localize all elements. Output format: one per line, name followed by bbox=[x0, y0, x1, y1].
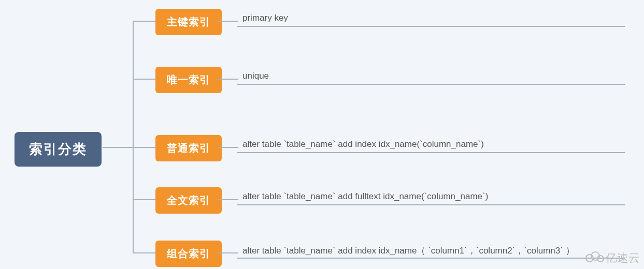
child-label-5: 组合索引 bbox=[167, 248, 210, 259]
leaf-text-2: unique bbox=[242, 71, 269, 81]
leaf-text-3: alter table `table_name` add index idx_n… bbox=[242, 139, 484, 150]
connector-branch-2 bbox=[133, 79, 156, 80]
leaf-underline-2 bbox=[237, 84, 625, 85]
child-node-4[interactable]: 全文索引 bbox=[155, 187, 222, 214]
child-label-1: 主键索引 bbox=[167, 16, 210, 27]
connector-leaf-3 bbox=[218, 147, 238, 148]
leaf-underline-3 bbox=[237, 152, 625, 153]
connector-leaf-2 bbox=[218, 79, 238, 80]
leaf-text-4: alter table `table_name` add fulltext id… bbox=[242, 191, 488, 202]
child-label-4: 全文索引 bbox=[167, 195, 210, 206]
leaf-underline-1 bbox=[237, 26, 625, 27]
child-node-3[interactable]: 普通索引 bbox=[155, 135, 222, 161]
child-label-3: 普通索引 bbox=[167, 142, 210, 154]
connector-leaf-5 bbox=[218, 252, 238, 253]
leaf-underline-5 bbox=[237, 258, 625, 259]
child-node-1[interactable]: 主键索引 bbox=[155, 9, 222, 35]
connector-branch-4 bbox=[133, 199, 156, 200]
child-node-2[interactable]: 唯一索引 bbox=[155, 67, 222, 93]
connector-root-stem bbox=[103, 147, 134, 148]
connector-spine-vertical bbox=[133, 21, 134, 253]
connector-leaf-1 bbox=[218, 21, 238, 22]
root-label: 索引分类 bbox=[29, 141, 87, 157]
root-node[interactable]: 索引分类 bbox=[15, 132, 102, 167]
watermark-text: 亿速云 bbox=[606, 251, 640, 264]
watermark: 亿速云 bbox=[585, 250, 640, 266]
leaf-text-5: alter table `table_name` add index idx_n… bbox=[242, 245, 575, 257]
cloud-icon bbox=[585, 251, 605, 266]
connector-branch-5 bbox=[133, 252, 156, 253]
child-label-2: 唯一索引 bbox=[167, 74, 210, 85]
connector-leaf-4 bbox=[218, 199, 238, 200]
child-node-5[interactable]: 组合索引 bbox=[155, 241, 222, 267]
leaf-text-1: primary key bbox=[242, 13, 288, 23]
leaf-underline-4 bbox=[237, 204, 625, 205]
connector-branch-1 bbox=[133, 21, 156, 22]
connector-branch-3 bbox=[133, 147, 156, 148]
